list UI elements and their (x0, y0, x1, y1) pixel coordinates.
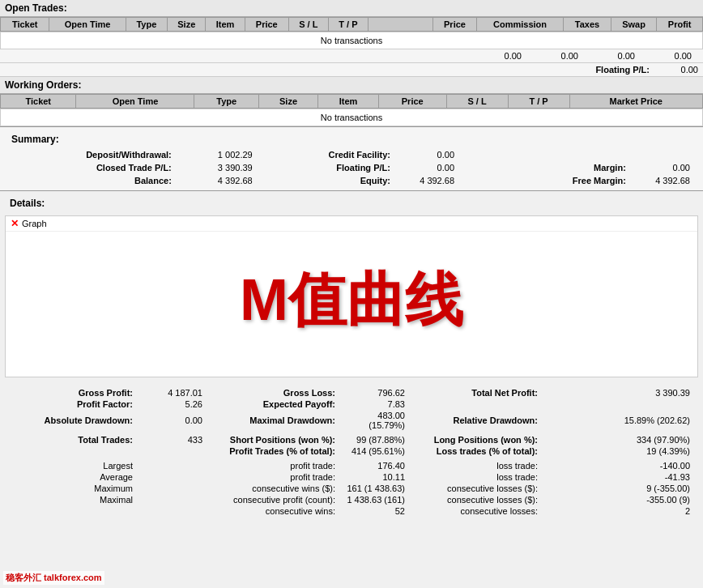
balance-value: 4 392.68 (175, 174, 259, 187)
margin-label: Margin: (594, 163, 626, 173)
wo-col-price: Price (378, 95, 446, 109)
equity-value: 4 392.68 (394, 174, 461, 187)
floating-pl-value: 0.00 (658, 65, 698, 75)
total-net-profit-value: 3 390.39 (541, 387, 697, 398)
profit-trades-label: Profit Trades (% of total): (229, 446, 335, 456)
graph-header: ✕ Graph (6, 216, 697, 232)
wo-col-item: Item (318, 95, 379, 109)
gross-profit-label: Gross Profit: (79, 388, 133, 398)
total-trades-label: Total Trades: (78, 435, 133, 445)
short-positions-value: 99 (87.88%) (339, 434, 411, 445)
profit-trades-value: 414 (95.61%) (339, 445, 411, 457)
credit-value: 0.00 (394, 148, 461, 161)
totals-row: 0.00 0.00 0.00 0.00 (0, 49, 703, 63)
absolute-drawdown-label: Absolute Drawdown: (45, 415, 133, 425)
average-loss-label: loss trade: (411, 471, 541, 483)
maximal-cons-wins-value: 1 438.63 (161) (339, 494, 411, 505)
margin-value: 0.00 (629, 161, 697, 174)
average-label: Average (6, 471, 136, 483)
open-trades-table: Ticket Open Time Type Size Item Price S … (0, 17, 703, 32)
summary-title: Summary: (6, 130, 697, 148)
long-positions-value: 334 (97.90%) (541, 434, 697, 445)
col-open-time: Open Time (49, 18, 126, 32)
floating-pl-label: Floating P/L: (595, 65, 650, 75)
free-margin-label: Free Margin: (573, 176, 626, 185)
loss-trades-value: 19 (4.39%) (541, 445, 697, 457)
wo-col-tp: T / P (508, 95, 569, 109)
profit-factor-label: Profit Factor: (77, 399, 133, 409)
cons-losses-value: 2 (541, 505, 697, 517)
working-orders-table: Ticket Open Time Type Size Item Price S … (0, 94, 703, 109)
open-trades-header: Open Trades: (0, 0, 703, 17)
closed-trade-label: Closed Trade P/L: (96, 163, 172, 173)
summary-table: Deposit/Withdrawal: 1 002.29 Credit Faci… (6, 148, 697, 187)
average-loss-value: -41.93 (541, 471, 697, 483)
stats-table: Gross Profit: 4 187.01 Gross Loss: 796.6… (6, 387, 697, 517)
col-ticket: Ticket (1, 18, 49, 32)
credit-label: Credit Facility: (329, 150, 390, 160)
expected-payoff-value: 7.83 (339, 398, 411, 410)
total-trades-value: 433 (136, 434, 209, 445)
total-swap: 0.00 (585, 51, 641, 61)
cons-losses-label: consecutive losses: (411, 505, 541, 517)
floating-pl-sum-value: 0.00 (394, 161, 461, 174)
graph-title-text: M值曲线 (240, 262, 463, 339)
deposit-label: Deposit/Withdrawal: (86, 150, 172, 160)
wo-col-size: Size (258, 95, 317, 109)
graph-content: M值曲线 (6, 232, 697, 369)
col-taxes: Taxes (564, 18, 611, 32)
short-positions-label: Short Positions (won %): (230, 435, 335, 445)
col-profit: Profit (657, 18, 703, 32)
average-profit-label: profit trade: (209, 471, 339, 483)
maximal-cons-wins-label: consecutive profit (count): (209, 494, 339, 505)
col-price2: Price (432, 18, 476, 32)
maximum-label: Maximum (6, 483, 136, 494)
maximum-cons-wins-label: consecutive wins ($): (209, 483, 339, 494)
largest-label: Largest (6, 460, 136, 471)
cons-wins-value: 52 (339, 505, 411, 517)
col-price: Price (245, 18, 288, 32)
col-empty (368, 18, 432, 32)
long-positions-label: Long Positions (won %): (434, 435, 538, 445)
maximum-cons-losses-label: consecutive losses ($): (411, 483, 541, 494)
equity-label: Equity: (360, 176, 390, 185)
average-profit-value: 10.11 (339, 471, 411, 483)
largest-profit-value: 176.40 (339, 460, 411, 471)
col-item: Item (206, 18, 245, 32)
wo-col-market-price: Market Price (569, 95, 703, 109)
wo-col-open-time: Open Time (76, 95, 194, 109)
maximum-cons-wins-value: 161 (1 438.63) (339, 483, 411, 494)
maximal-drawdown-value: 483.00 (15.79%) (339, 410, 411, 431)
total-commission: 0.00 (471, 51, 528, 61)
graph-close-icon[interactable]: ✕ (11, 218, 19, 229)
profit-factor-value: 5.26 (136, 398, 209, 410)
col-tp: T / P (328, 18, 368, 32)
details-title: Details: (5, 194, 698, 212)
col-commission: Commission (477, 18, 564, 32)
col-sl: S / L (288, 18, 328, 32)
largest-loss-label: loss trade: (411, 460, 541, 471)
stats-section: Gross Profit: 4 187.01 Gross Loss: 796.6… (0, 384, 703, 520)
gross-loss-value: 796.62 (339, 387, 411, 398)
loss-trades-label: Loss trades (% of total): (437, 446, 538, 456)
graph-box: ✕ Graph M值曲线 (5, 215, 698, 377)
maximal-label: Maximal (6, 494, 136, 505)
floating-pl-sum-label: Floating P/L: (336, 163, 390, 173)
maximal-drawdown-label: Maximal Drawdown: (249, 415, 335, 425)
largest-loss-value: -140.00 (541, 460, 697, 471)
graph-label: Graph (22, 219, 47, 228)
gross-loss-label: Gross Loss: (283, 388, 335, 398)
wo-col-sl: S / L (446, 95, 508, 109)
open-trades-no-transactions: No transactions (0, 32, 703, 49)
open-trades-title: Open Trades: (5, 2, 67, 14)
wo-col-ticket: Ticket (1, 95, 76, 109)
wo-col-type: Type (194, 95, 258, 109)
col-size: Size (168, 18, 206, 32)
relative-drawdown-value: 15.89% (202.62) (541, 410, 697, 431)
working-orders-header: Working Orders: (0, 77, 703, 94)
gross-profit-value: 4 187.01 (136, 387, 209, 398)
col-type: Type (126, 18, 167, 32)
largest-profit-label: profit trade: (209, 460, 339, 471)
expected-payoff-label: Expected Payoff: (263, 399, 335, 409)
relative-drawdown-label: Relative Drawdown: (453, 415, 538, 425)
